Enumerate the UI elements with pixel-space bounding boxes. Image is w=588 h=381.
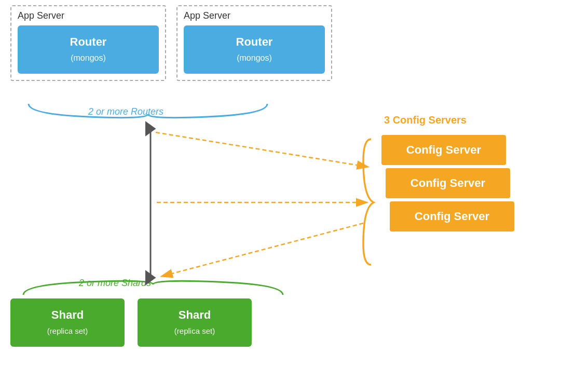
router-1-title: Router (70, 35, 107, 48)
router-2-subtitle: (mongos) (237, 53, 272, 62)
shard-1-title: Shard (51, 308, 84, 321)
shard-2-title: Shard (179, 308, 211, 321)
app-server-2: App Server Router (mongos) (176, 5, 332, 81)
app-server-2-label: App Server (184, 10, 325, 21)
svg-line-5 (156, 132, 363, 166)
shard-1-subtitle: (replica set) (47, 326, 88, 335)
config-servers-stack: Config Server Config Server Config Serve… (381, 135, 514, 232)
config-server-3: Config Server (390, 201, 514, 232)
shard-box-2: Shard (replica set) (138, 298, 252, 347)
config-server-2: Config Server (386, 168, 510, 198)
router-box-2: Router (mongos) (184, 25, 325, 74)
config-servers-label: 3 Config Servers (384, 114, 467, 126)
router-box-1: Router (mongos) (18, 25, 159, 74)
diagram-container: App Server Router (mongos) App Server Ro… (0, 0, 588, 381)
routers-label: 2 or more Routers (88, 106, 163, 117)
shards-label: 2 or more Shards (79, 278, 151, 289)
svg-line-6 (166, 223, 363, 275)
router-2-title: Router (236, 35, 273, 48)
config-server-1: Config Server (381, 135, 506, 165)
router-1-subtitle: (mongos) (71, 53, 106, 62)
app-server-1-label: App Server (18, 10, 159, 21)
shard-box-1: Shard (replica set) (10, 298, 125, 347)
shard-2-subtitle: (replica set) (174, 326, 215, 335)
app-server-1: App Server Router (mongos) (10, 5, 166, 81)
